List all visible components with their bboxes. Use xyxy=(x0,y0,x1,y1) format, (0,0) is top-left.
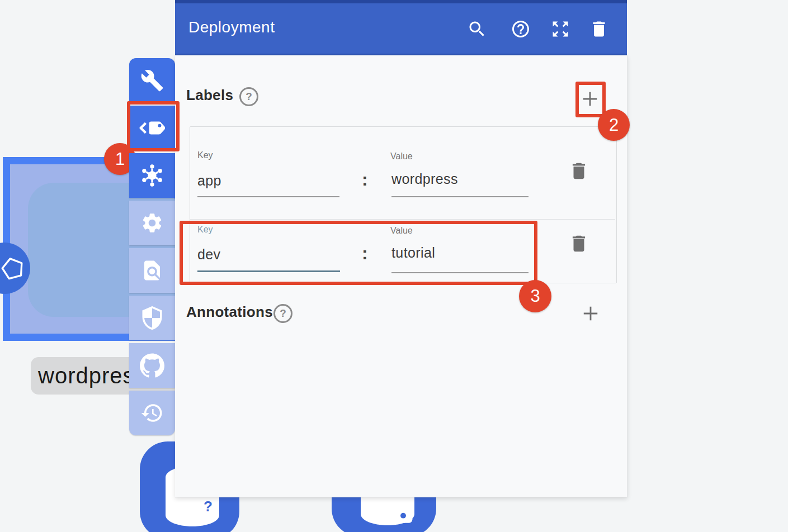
panel-title: Deployment xyxy=(188,18,275,36)
toolbar-item-history[interactable] xyxy=(129,391,175,435)
value-underline xyxy=(391,196,529,197)
shield-icon xyxy=(140,306,164,330)
toolbar-item-network[interactable] xyxy=(129,153,175,198)
step1-highlight-box xyxy=(127,101,180,151)
properties-panel: Labels ? 2 Key app : Value wordpress Key… xyxy=(175,55,627,497)
step-badge-3: 3 xyxy=(519,280,551,312)
pentagon-icon xyxy=(0,255,27,283)
question-badge: ? xyxy=(197,495,219,517)
row-divider xyxy=(190,219,615,220)
step-number: 3 xyxy=(530,286,540,306)
toolbar-item-inspect[interactable] xyxy=(129,248,175,293)
help-glyph: ? xyxy=(280,307,286,319)
help-icon[interactable] xyxy=(511,19,531,39)
history-icon xyxy=(140,401,164,425)
header-top-edge xyxy=(175,0,627,3)
add-annotation-button[interactable] xyxy=(582,305,600,322)
toolbar-item-settings[interactable] xyxy=(129,201,175,245)
panel-header: Deployment xyxy=(175,0,627,55)
value-field-label: Value xyxy=(390,151,413,162)
key-underline xyxy=(197,196,339,197)
step-badge-2: 2 xyxy=(598,109,630,141)
hub-icon xyxy=(139,163,165,188)
find-in-page-icon xyxy=(140,259,164,282)
wrench-icon xyxy=(140,69,164,92)
value-input[interactable]: wordpress xyxy=(391,171,458,187)
step2-highlight-box xyxy=(575,82,606,117)
search-icon[interactable] xyxy=(467,19,487,39)
delete-row-button[interactable] xyxy=(568,233,589,254)
gear-icon xyxy=(140,211,164,235)
annotations-section-title: Annotations xyxy=(186,303,273,321)
toolbar-item-tools[interactable] xyxy=(129,58,175,103)
toolbar-item-github[interactable] xyxy=(129,343,175,388)
delete-row-button[interactable] xyxy=(568,160,589,182)
delete-icon[interactable] xyxy=(589,19,609,39)
step-number: 2 xyxy=(609,115,619,135)
key-field-label: Key xyxy=(197,150,213,160)
help-glyph: ? xyxy=(246,91,252,102)
labels-section-title: Labels xyxy=(186,87,233,104)
lock-icon xyxy=(392,498,414,524)
github-icon xyxy=(140,353,164,378)
annotations-help-icon[interactable]: ? xyxy=(273,304,292,323)
step-number: 1 xyxy=(115,149,125,169)
fullscreen-icon[interactable] xyxy=(550,19,570,39)
step3-highlight-box xyxy=(180,221,537,285)
key-input[interactable]: app xyxy=(197,173,221,189)
toolbar-item-security[interactable] xyxy=(129,296,175,340)
question-glyph: ? xyxy=(204,498,213,515)
key-value-separator: : xyxy=(362,169,368,190)
labels-help-icon[interactable]: ? xyxy=(239,87,258,106)
